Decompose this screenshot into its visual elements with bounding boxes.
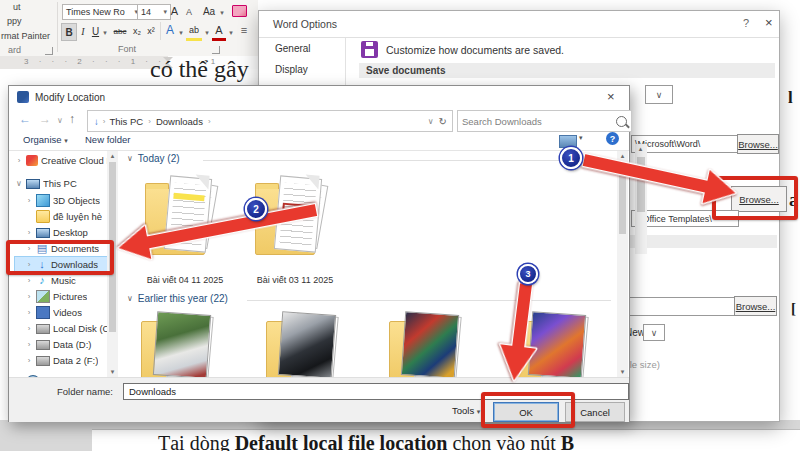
text-effects-button[interactable]: A xyxy=(163,22,177,38)
strikethrough-button[interactable]: abc xyxy=(110,23,130,39)
tree-item-videos[interactable]: ›Videos xyxy=(15,305,109,320)
highlight-color-button[interactable]: ab xyxy=(186,22,202,41)
chevron-down-icon[interactable]: ▾ xyxy=(579,134,583,142)
group-header-today[interactable]: ∨ Today (2) xyxy=(127,153,180,164)
tree-item-local-disk-c[interactable]: ›Local Disk (C:) xyxy=(15,321,109,336)
expand-icon[interactable]: › xyxy=(15,156,23,165)
chevron-down-icon[interactable]: ▾ xyxy=(177,25,185,41)
bullets-button[interactable]: ≡ xyxy=(238,22,250,38)
cut-button[interactable]: ut xyxy=(13,2,21,12)
chevron-down-icon[interactable]: ∨ xyxy=(127,154,133,163)
grow-font-button[interactable]: A xyxy=(168,3,181,19)
close-button[interactable]: × xyxy=(607,89,615,104)
tree-item-desktop[interactable]: ›Desktop xyxy=(15,225,109,240)
font-size-combobox[interactable]: 14 ▾ xyxy=(137,4,171,20)
chevron-down-icon[interactable]: ▾ xyxy=(203,25,211,41)
group-header-earlier[interactable]: ∨ Earlier this year (22) xyxy=(127,293,228,304)
folder-name-value: Downloads xyxy=(129,386,176,397)
expand-icon[interactable]: › xyxy=(25,292,33,301)
tree-item-de-luyen-he[interactable]: đề luyện hè xyxy=(15,209,109,224)
superscript-button[interactable]: x² xyxy=(144,23,158,39)
clear-formatting-icon[interactable] xyxy=(232,5,247,17)
change-view-icon[interactable] xyxy=(559,135,577,148)
expand-icon[interactable]: › xyxy=(25,340,33,349)
font-dialog-launcher-icon[interactable] xyxy=(212,46,220,54)
page-fold xyxy=(304,174,319,189)
breadcrumb-separator: › xyxy=(208,117,211,126)
breadcrumb-this-pc[interactable]: This PC xyxy=(109,116,143,127)
tree-item-data-d[interactable]: ›Data (D:) xyxy=(15,337,109,352)
page-fold xyxy=(194,174,209,189)
copy-button[interactable]: ppy xyxy=(7,16,22,26)
shrink-font-button[interactable]: A xyxy=(183,4,195,20)
tree-item-label: Data (D:) xyxy=(53,339,92,350)
folder-item[interactable] xyxy=(264,311,349,383)
folder-name-label: Bài viết 03 11 2025 xyxy=(245,275,345,285)
ruler-marks-left: 3 · · · 2 · · · 1 · · xyxy=(24,57,165,66)
expand-icon[interactable]: › xyxy=(25,276,33,285)
tree-item-creative-cloud[interactable]: ›Creative Cloud Fil xyxy=(15,153,109,168)
save-format-dropdown[interactable]: ∨ xyxy=(645,85,673,104)
scroll-down-icon[interactable]: ▾ xyxy=(617,368,628,376)
organise-label: Organise xyxy=(23,134,62,145)
tree-item-music[interactable]: ›♪Music xyxy=(15,273,109,288)
font-name-combobox[interactable]: Times New Ro ▾ xyxy=(62,4,142,20)
highlight-rect-downloads xyxy=(6,240,114,275)
new-folder-button[interactable]: New folder xyxy=(85,134,130,145)
folder-item[interactable] xyxy=(387,311,472,383)
nav-item-general[interactable]: General xyxy=(259,38,345,59)
dropdown[interactable]: ∨ xyxy=(643,324,665,341)
command-bar: Organise ▾ New folder ▾ ? xyxy=(9,132,629,150)
server-drafts-field[interactable] xyxy=(629,297,735,316)
folder-item[interactable] xyxy=(139,311,224,383)
chevron-down-icon[interactable]: ▾ xyxy=(227,25,235,41)
subscript-button[interactable]: x₂ xyxy=(130,23,144,39)
browse-button-autorecover[interactable]: Browse... xyxy=(737,134,779,154)
forward-button[interactable]: → xyxy=(39,112,51,126)
autorecover-location-field[interactable]: \Microsoft\Word\ xyxy=(631,135,739,153)
format-painter-button[interactable]: rmat Painter xyxy=(1,31,50,41)
expand-icon[interactable]: › xyxy=(25,356,33,365)
address-bar[interactable]: ↓ › This PC › Downloads › ∨ ↻ xyxy=(87,110,453,132)
scroll-up-icon[interactable]: ▴ xyxy=(107,152,118,160)
expand-icon[interactable]: › xyxy=(25,324,33,333)
chevron-down-icon[interactable]: ▾ xyxy=(218,5,226,21)
expand-icon[interactable]: › xyxy=(25,196,33,205)
help-icon[interactable]: ? xyxy=(606,132,619,145)
up-button[interactable]: ↑ xyxy=(69,112,75,126)
scroll-down-icon[interactable]: ▾ xyxy=(107,368,118,376)
change-case-button[interactable]: Aa xyxy=(200,3,218,19)
search-icon[interactable] xyxy=(616,116,627,127)
italic-button[interactable]: I xyxy=(78,23,88,39)
underline-button[interactable]: U xyxy=(90,23,101,39)
collapse-icon[interactable]: ∨ xyxy=(15,179,23,188)
tools-menu[interactable]: Tools ▾ xyxy=(452,405,480,416)
tree-item-pictures[interactable]: ›Pictures xyxy=(15,289,109,304)
dialog-titlebar[interactable]: Modify Location × xyxy=(9,86,629,108)
tree-item-this-pc[interactable]: ∨This PC xyxy=(15,176,109,191)
breadcrumb-downloads[interactable]: Downloads xyxy=(156,116,203,127)
clipboard-dialog-launcher-icon[interactable] xyxy=(45,47,53,55)
recent-locations-dropdown[interactable]: ∨ xyxy=(57,116,63,125)
back-button[interactable]: ← xyxy=(19,112,31,126)
nav-item-display[interactable]: Display xyxy=(259,59,345,80)
organise-menu[interactable]: Organise ▾ xyxy=(23,134,68,145)
close-button[interactable]: × xyxy=(765,15,773,30)
font-color-button[interactable]: A xyxy=(212,22,226,41)
chevron-down-icon[interactable]: ▾ xyxy=(163,8,167,16)
group-label: Earlier this year (22) xyxy=(138,293,228,304)
address-dropdown-icon[interactable]: ∨ xyxy=(428,117,434,126)
chevron-down-icon[interactable]: ∨ xyxy=(127,294,133,303)
tree-item-3d-objects[interactable]: ›3D Objects xyxy=(15,193,109,208)
bold-button[interactable]: B xyxy=(61,23,77,41)
section-bar xyxy=(629,235,777,248)
tree-item-data-2-f[interactable]: ›Data 2 (F:) xyxy=(15,353,109,368)
expand-icon[interactable]: › xyxy=(25,228,33,237)
browse-button-drafts[interactable]: Browse... xyxy=(734,296,777,316)
3d-objects-icon xyxy=(36,194,50,207)
chevron-down-icon[interactable]: ▾ xyxy=(101,25,109,41)
help-button[interactable]: ? xyxy=(743,17,749,29)
expand-icon[interactable]: › xyxy=(25,308,33,317)
refresh-icon[interactable]: ↻ xyxy=(439,116,447,127)
search-input[interactable]: Search Downloads xyxy=(457,110,632,132)
